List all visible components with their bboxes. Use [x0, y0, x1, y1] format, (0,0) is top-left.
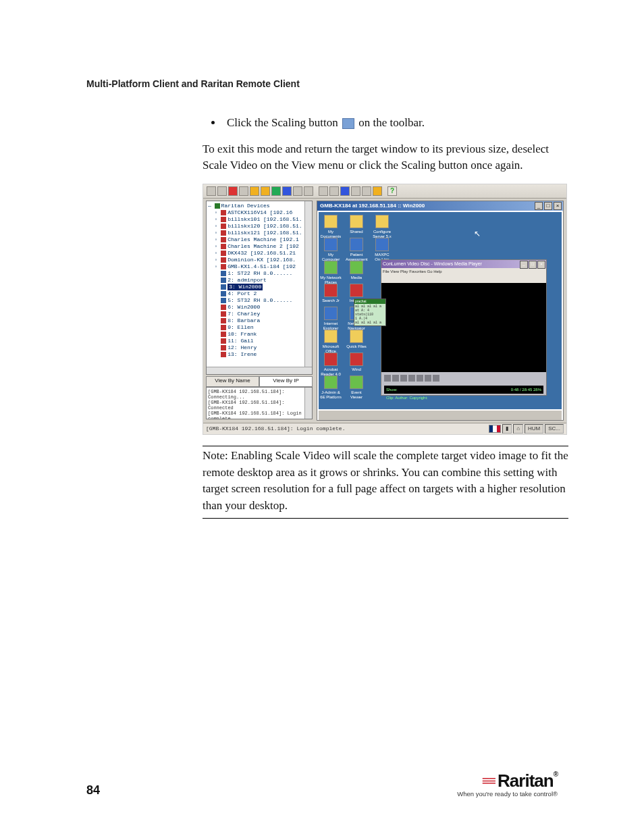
- desktop-icon[interactable]: My Documents: [320, 215, 342, 239]
- divider: [203, 518, 568, 519]
- desktop-icon[interactable]: MAXPC On-Line: [371, 238, 393, 262]
- desktop-icon[interactable]: Media: [346, 261, 367, 280]
- media-controls: Show: Clip: Author: Copyright: 0:48 / 28…: [381, 372, 546, 395]
- toolbar-button[interactable]: [304, 186, 313, 196]
- toolbar: ?: [203, 184, 566, 199]
- desktop-icon[interactable]: My Network Places: [320, 261, 342, 285]
- app-icon: [324, 330, 338, 343]
- app-icon: [324, 307, 338, 320]
- desktop-icon[interactable]: Configure Server 5.x: [371, 215, 393, 239]
- desktop-icon[interactable]: Event Viewer: [346, 375, 367, 400]
- stop-icon[interactable]: [400, 375, 407, 382]
- toolbar-button[interactable]: [228, 186, 238, 196]
- window-title: GMB-KX184 at 192.168.51.184 :: Win2000: [320, 203, 425, 209]
- small-window[interactable]: prachat al al al al aat A: 4stats(1101 A…: [354, 298, 386, 326]
- remote-taskbar[interactable]: [319, 410, 562, 420]
- brand-logo: ≡≡ Raritan® When you're ready to take co…: [457, 771, 558, 798]
- toolbar-button[interactable]: [250, 186, 259, 196]
- toolbar-button[interactable]: [282, 186, 292, 196]
- tab-view-by-name[interactable]: View By Name: [206, 376, 259, 387]
- divider: [203, 446, 568, 446]
- app-icon: [324, 353, 338, 366]
- remote-desktop[interactable]: My DocumentsMy ComputerMy Network Places…: [319, 212, 562, 409]
- desktop-icon[interactable]: Search Jr: [320, 284, 342, 303]
- rewind-icon[interactable]: [417, 375, 423, 382]
- media-info-show: Show:: [386, 388, 398, 392]
- toolbar-button[interactable]: [207, 186, 216, 196]
- logo-text: Raritan®: [498, 771, 558, 791]
- toolbar-button[interactable]: [261, 186, 270, 196]
- app-icon: [350, 261, 363, 274]
- status-message: [GMB-KX184 192.168.51.184]: Login comple…: [206, 423, 345, 434]
- connection-window: GMB-KX184 at 192.168.51.184 :: Win2000 ×…: [317, 201, 564, 421]
- media-info-time: 0:48 / 28:45 28%: [511, 386, 541, 394]
- small-window-title: prachat: [354, 299, 385, 304]
- app-icon: [324, 238, 338, 251]
- log-panel: [GMB-KX184 192.168.51.184]:Connecting...…: [206, 387, 313, 419]
- bullet-text-post: on the toolbar.: [358, 116, 425, 129]
- flag-icon: [489, 425, 501, 433]
- desktop-icon[interactable]: Shared: [346, 215, 367, 234]
- close-icon[interactable]: ×: [554, 202, 562, 210]
- status-num: HUM: [525, 424, 543, 434]
- next-icon[interactable]: [433, 375, 439, 382]
- play-icon[interactable]: [384, 375, 391, 382]
- toolbar-button[interactable]: [239, 186, 248, 196]
- desktop-icon[interactable]: Wind: [346, 353, 367, 372]
- toolbar-button[interactable]: [271, 186, 281, 196]
- scrollbar-vertical[interactable]: [304, 201, 312, 374]
- app-screenshot: ? — Raritan Devices ◦ ASTCKX116V14 [192.…: [203, 184, 567, 435]
- desktop-icon[interactable]: Patient Assessment: [346, 238, 367, 262]
- app-icon: [324, 375, 338, 389]
- close-icon[interactable]: ×: [537, 261, 545, 269]
- app-icon: [324, 215, 338, 228]
- help-icon[interactable]: ?: [387, 186, 397, 196]
- prev-icon[interactable]: [408, 375, 415, 382]
- toolbar-button[interactable]: [351, 186, 360, 196]
- media-info-author: Author:: [395, 396, 408, 400]
- pause-icon[interactable]: [392, 375, 399, 382]
- media-titlebar: ConLumen Video Disc - Windows Media Play…: [381, 260, 546, 268]
- toolbar-button[interactable]: [340, 186, 350, 196]
- device-tree[interactable]: — Raritan Devices ◦ ASTCKX116V14 [192.16…: [206, 201, 313, 375]
- window-titlebar: GMB-KX184 at 192.168.51.184 :: Win2000 ×…: [317, 201, 563, 211]
- app-icon: [350, 375, 363, 389]
- media-info-copyright: Copyright:: [409, 396, 427, 400]
- toolbar-button[interactable]: [362, 186, 371, 196]
- maximize-icon[interactable]: □: [529, 261, 537, 269]
- paragraph-exit: To exit this mode and return the target …: [203, 141, 568, 174]
- logo-icon: ≡≡: [482, 773, 495, 789]
- desktop-icon[interactable]: My Computer: [320, 238, 342, 262]
- toolbar-button[interactable]: [373, 186, 382, 196]
- view-tabs: View By Name View By IP: [206, 376, 313, 387]
- app-icon: [324, 261, 338, 274]
- desktop-icon[interactable]: Acrobat Reader 4.0: [320, 353, 342, 377]
- app-icon: [350, 353, 363, 366]
- logo-tagline: When you're ready to take control®: [457, 790, 558, 798]
- minimize-icon[interactable]: _: [535, 202, 543, 210]
- page-number: 84: [86, 783, 100, 798]
- maximize-icon[interactable]: □: [544, 202, 552, 210]
- status-indicator: ⌂: [513, 424, 523, 434]
- desktop-icon[interactable]: Quick Files: [346, 330, 367, 349]
- scrollbar-vertical[interactable]: [304, 388, 312, 419]
- media-menubar[interactable]: File View Play Favorites Go Help: [381, 268, 546, 275]
- page-header: Multi-Platform Client and Raritan Remote…: [86, 78, 300, 89]
- statusbar: [GMB-KX184 192.168.51.184]: Login comple…: [203, 423, 566, 434]
- forward-icon[interactable]: [425, 375, 431, 382]
- status-indicator: ▮: [502, 424, 512, 434]
- toolbar-button[interactable]: [293, 186, 302, 196]
- toolbar-button[interactable]: [319, 186, 328, 196]
- desktop-icon[interactable]: J-Admin & 6E Platform: [320, 375, 342, 400]
- cursor-icon: ↖: [474, 230, 481, 239]
- tab-view-by-ip[interactable]: View By IP: [259, 376, 313, 387]
- scrollbar-horizontal[interactable]: [207, 367, 312, 374]
- desktop-icon[interactable]: Internet Explorer: [320, 307, 342, 331]
- toolbar-button[interactable]: [329, 186, 339, 196]
- media-player-window[interactable]: ConLumen Video Disc - Windows Media Play…: [381, 259, 547, 396]
- toolbar-button[interactable]: [217, 186, 227, 196]
- status-sc: SC...: [545, 424, 564, 434]
- page-footer: 84 ≡≡ Raritan® When you're ready to take…: [86, 771, 558, 798]
- app-icon: [350, 284, 363, 297]
- minimize-icon[interactable]: _: [520, 261, 528, 269]
